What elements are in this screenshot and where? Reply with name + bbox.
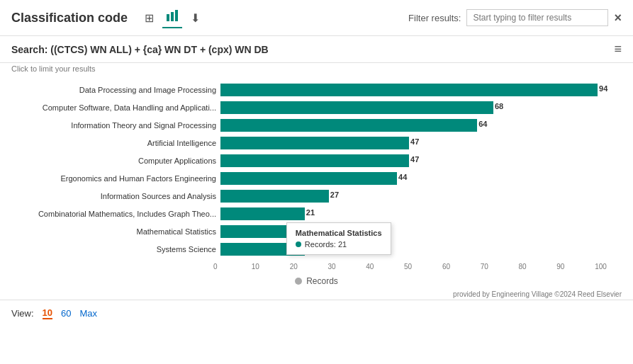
bar-label: Information Theory and Signal Processing	[11, 121, 220, 130]
bar-row[interactable]: Data Processing and Image Processing94	[11, 83, 622, 97]
bar-label: Information Sources and Analysis	[11, 192, 220, 200]
bar	[220, 154, 409, 167]
svg-rect-0	[167, 14, 169, 21]
search-bar: Search: ((CTCS) WN ALL) + {ca} WN DT + (…	[0, 36, 633, 63]
bar	[220, 84, 598, 96]
bar-value: 21	[306, 208, 633, 217]
bar-value: 21	[306, 244, 633, 252]
bar-container: 21	[220, 207, 622, 220]
bar-label: Computer Applications	[11, 157, 220, 165]
bar-row[interactable]: Computer Applications47	[11, 154, 622, 168]
bar	[220, 172, 397, 185]
search-text: Search: ((CTCS) WN ALL) + {ca} WN DT + (…	[11, 44, 269, 55]
bar-value: 47	[410, 155, 633, 164]
x-tick: 30	[327, 263, 366, 271]
bar-value: 64	[478, 120, 633, 128]
bar-value: 68	[495, 102, 633, 110]
bar-container: 27	[220, 190, 622, 203]
bar-label: Systems Science	[11, 245, 220, 254]
legend: Records	[0, 273, 633, 289]
legend-label: Records	[306, 276, 338, 286]
bar-row[interactable]: Ergonomics and Human Factors Engineering…	[11, 171, 622, 186]
filter-label: Filter results:	[408, 13, 461, 23]
x-tick: 10	[252, 263, 290, 271]
view-label: View:	[11, 308, 34, 319]
bar	[220, 207, 305, 220]
bar-row[interactable]: Systems Science21	[11, 242, 622, 256]
filter-input[interactable]	[466, 9, 608, 26]
bar-value: 47	[410, 137, 633, 146]
bar-row[interactable]: Information Sources and Analysis27	[11, 189, 622, 203]
x-tick: 20	[290, 263, 328, 271]
x-tick: 70	[481, 263, 519, 271]
x-tick: 40	[366, 263, 404, 271]
close-icon[interactable]: ×	[614, 11, 622, 25]
bar	[220, 243, 305, 256]
filter-section: Filter results: ×	[408, 9, 622, 26]
click-hint: Click to limit your results	[0, 63, 633, 77]
bar	[220, 119, 477, 132]
x-axis: 0102030405060708090100	[213, 260, 633, 273]
legend-dot	[295, 278, 302, 285]
view-option-max[interactable]: Max	[80, 308, 98, 319]
x-tick: 60	[442, 263, 481, 271]
bar-label: Combinatorial Mathematics, Includes Grap…	[11, 210, 220, 218]
page-title: Classification code	[11, 11, 128, 25]
bar-row[interactable]: Mathematical Statistics21	[11, 224, 622, 239]
bar-label: Mathematical Statistics	[11, 227, 220, 236]
bar-chart-icon[interactable]	[162, 7, 182, 28]
bar-value: 21	[306, 226, 633, 234]
bar-label: Ergonomics and Human Factors Engineering	[11, 174, 220, 183]
x-tick: 100	[595, 263, 633, 271]
view-option-10[interactable]: 10	[43, 307, 52, 319]
x-tick: 0	[213, 263, 252, 271]
menu-icon[interactable]: ≡	[614, 42, 622, 57]
bar-row[interactable]: Information Theory and Signal Processing…	[11, 118, 622, 132]
bar-row[interactable]: Artificial Intelligence47	[11, 136, 622, 150]
footer-credit: provided by Engineering Village ©2024 Re…	[0, 289, 633, 300]
bar-label: Data Processing and Image Processing	[11, 86, 220, 94]
bar-label: Computer Software, Data Handling and App…	[11, 103, 220, 112]
chart-area: Data Processing and Image Processing94Co…	[0, 77, 633, 256]
bar-container: 44	[220, 172, 622, 185]
svg-rect-2	[175, 10, 178, 21]
bar-container: 21	[220, 225, 622, 238]
bar-container: 47	[220, 154, 622, 167]
bar-row[interactable]: Combinatorial Mathematics, Includes Grap…	[11, 207, 622, 221]
bar-container: 94	[220, 84, 622, 96]
bar	[220, 137, 409, 149]
bar-container: 47	[220, 137, 622, 149]
bar-value: 27	[330, 190, 633, 199]
header: Classification code ⊞ ⬇ Filter results: …	[0, 0, 633, 36]
download-icon[interactable]: ⬇	[188, 10, 203, 26]
view-option-60[interactable]: 60	[61, 308, 71, 319]
x-tick: 50	[404, 263, 442, 271]
bar-label: Artificial Intelligence	[11, 139, 220, 147]
bar-value: 94	[599, 84, 633, 93]
header-icons: ⊞ ⬇	[142, 7, 203, 28]
x-tick: 80	[519, 263, 557, 271]
bar	[220, 190, 329, 203]
x-tick: 90	[556, 263, 595, 271]
view-bar: View: 10 60 Max	[0, 300, 633, 326]
bar-container: 68	[220, 101, 622, 114]
bar	[220, 225, 305, 238]
bar	[220, 101, 493, 114]
bar-row[interactable]: Computer Software, Data Handling and App…	[11, 101, 622, 115]
grid-icon[interactable]: ⊞	[142, 10, 157, 26]
bar-container: 64	[220, 119, 622, 132]
bar-container: 21	[220, 243, 622, 256]
svg-rect-1	[171, 12, 174, 21]
bar-value: 44	[398, 173, 633, 181]
